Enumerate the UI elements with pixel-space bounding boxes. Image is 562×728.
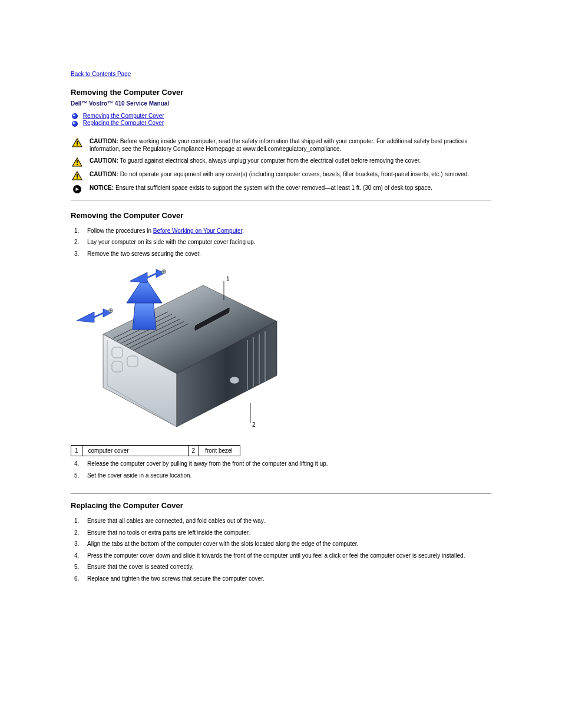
replace-step-5: Ensure that the cover is seated correctl… — [71, 563, 491, 571]
back-to-contents-link[interactable]: Back to Contents Page — [71, 71, 131, 77]
svg-marker-31 — [77, 309, 112, 322]
svg-rect-1 — [77, 141, 78, 144]
step-1: Follow the procedures in Before Working … — [71, 227, 491, 235]
svg-text:1: 1 — [226, 276, 230, 282]
caution-label: CAUTION: — [90, 171, 118, 177]
replace-steps: Ensure that all cables are connected, an… — [71, 517, 491, 582]
svg-marker-32 — [130, 269, 165, 283]
legend-label: computer cover — [82, 446, 188, 456]
page-title: Removing the Computer Cover — [71, 88, 491, 97]
step-text: Follow the procedures in — [87, 228, 153, 234]
step-text: . — [242, 228, 244, 234]
caution-2: CAUTION: To guard against electrical sho… — [71, 157, 491, 167]
legend-label: front bezel — [199, 446, 240, 456]
svg-rect-8 — [77, 177, 78, 179]
caution-label: CAUTION: — [90, 138, 118, 144]
notice-1: NOTICE: Ensure that sufficient space exi… — [71, 184, 491, 194]
step-1-link[interactable]: Before Working on Your Computer — [153, 228, 243, 234]
notice-icon — [71, 184, 84, 194]
svg-rect-4 — [77, 160, 78, 163]
step-2: Lay your computer on its side with the c… — [71, 238, 491, 246]
figure-legend: 1 computer cover 2 front bezel — [71, 445, 240, 456]
svg-text:2: 2 — [252, 421, 256, 428]
caution-3: CAUTION: Do not operate your equipment w… — [71, 170, 491, 180]
notice-text: Ensure that sufficient space exists to s… — [114, 185, 432, 191]
caution-icon — [71, 170, 84, 180]
step-3: Remove the two screws securing the cover… — [71, 250, 491, 258]
legend-num: 2 — [188, 446, 199, 456]
legend-num: 1 — [71, 446, 82, 456]
caution-text: To guard against electrical shock, alway… — [118, 157, 421, 164]
remove-steps-cont: Release the computer cover by pulling it… — [71, 460, 491, 479]
replace-step-4: Press the computer cover down and slide … — [71, 552, 491, 560]
caution-text: Before working inside your computer, rea… — [90, 138, 467, 153]
replace-step-6: Replace and tighten the two screws that … — [71, 575, 491, 583]
bullet-icon — [72, 121, 78, 127]
caution-text: Do not operate your equipment with any c… — [118, 171, 469, 177]
remove-steps: Follow the procedures in Before Working … — [71, 227, 491, 258]
caution-icon — [71, 137, 84, 147]
svg-point-27 — [230, 377, 239, 384]
caution-1: CAUTION: Before working inside your comp… — [71, 137, 491, 153]
figure-cover-removal: 1 2 — [71, 265, 491, 442]
toc-list: Removing the Computer Cover Replacing th… — [72, 113, 491, 127]
replace-step-3: Align the tabs at the bottom of the comp… — [71, 540, 491, 548]
replace-step-1: Ensure that all cables are connected, an… — [71, 517, 491, 525]
notice-label: NOTICE: — [90, 185, 114, 191]
svg-rect-2 — [77, 144, 78, 146]
bullet-icon — [72, 113, 78, 119]
toc-link-replace[interactable]: Replacing the Computer Cover — [83, 120, 164, 126]
step-4: Release the computer cover by pulling it… — [71, 460, 491, 468]
step-5: Set the cover aside in a secure location… — [71, 472, 491, 480]
svg-rect-7 — [77, 174, 78, 177]
divider — [71, 493, 491, 494]
caution-icon — [71, 157, 84, 167]
svg-rect-5 — [77, 164, 78, 165]
section-heading-remove: Removing the Computer Cover — [71, 211, 491, 220]
divider — [71, 200, 491, 200]
toc-link-remove[interactable]: Removing the Computer Cover — [83, 113, 164, 119]
doc-title: Dell™ Vostro™ 410 Service Manual — [71, 100, 491, 107]
caution-label: CAUTION: — [90, 157, 118, 164]
section-heading-replace: Replacing the Computer Cover — [71, 501, 491, 510]
replace-step-2: Ensure that no tools or extra parts are … — [71, 529, 491, 537]
svg-marker-29 — [133, 300, 156, 330]
